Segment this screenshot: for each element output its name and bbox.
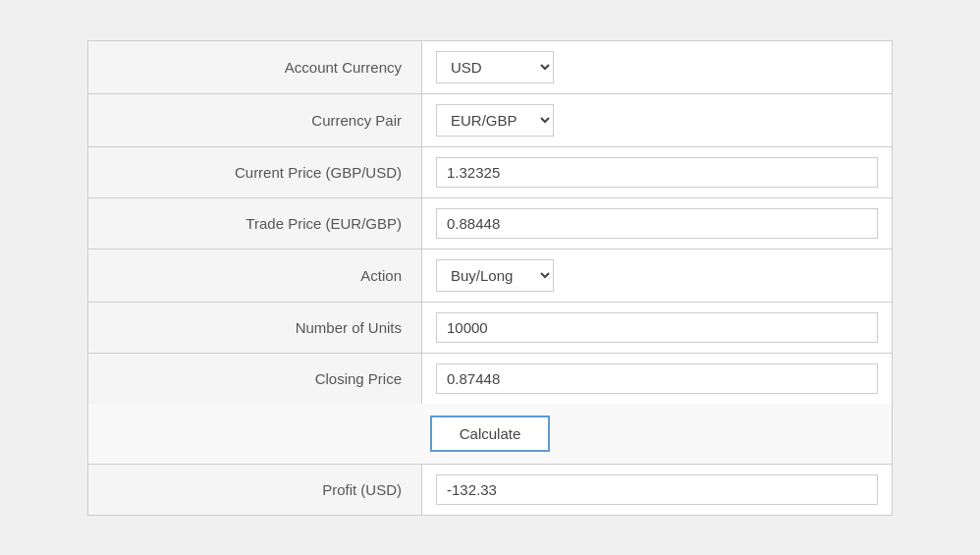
- account-currency-select[interactable]: USDEURGBP: [436, 51, 554, 83]
- button-row: Calculate: [88, 404, 892, 465]
- trade-price-input[interactable]: [436, 208, 878, 239]
- action-select[interactable]: Buy/LongSell/Short: [436, 259, 554, 292]
- units-input-cell: [422, 303, 892, 353]
- result-row: Profit (USD): [88, 465, 892, 515]
- current-price-input-row: Current Price (GBP/USD): [88, 147, 892, 198]
- currency-pair-select-row: Currency PairEUR/GBPEUR/USDGBP/USDUSD/JP…: [88, 94, 892, 147]
- account-currency-select-cell: USDEURGBP: [422, 41, 892, 93]
- closing-price-input-row: Closing Price: [88, 354, 892, 404]
- closing-price-input-cell: [422, 354, 892, 404]
- action-select-cell: Buy/LongSell/Short: [422, 250, 892, 302]
- closing-price-input[interactable]: [436, 363, 878, 394]
- units-input-label: Number of Units: [88, 303, 422, 353]
- currency-pair-select-cell: EUR/GBPEUR/USDGBP/USDUSD/JPY: [422, 94, 892, 146]
- closing-price-input-label: Closing Price: [88, 354, 422, 404]
- currency-pair-select[interactable]: EUR/GBPEUR/USDGBP/USDUSD/JPY: [436, 104, 554, 137]
- calculator-container: Account CurrencyUSDEURGBPCurrency PairEU…: [87, 40, 893, 516]
- current-price-input-cell: [422, 147, 892, 197]
- trade-price-input-row: Trade Price (EUR/GBP): [88, 198, 892, 250]
- calculate-button[interactable]: Calculate: [430, 416, 551, 452]
- trade-price-input-cell: [422, 198, 892, 249]
- profit-input[interactable]: [436, 474, 878, 505]
- units-input-row: Number of Units: [88, 303, 892, 354]
- currency-pair-select-label: Currency Pair: [88, 94, 422, 146]
- profit-input-cell: [422, 465, 892, 515]
- units-input[interactable]: [436, 312, 878, 343]
- current-price-input-label: Current Price (GBP/USD): [88, 147, 422, 197]
- action-select-row: ActionBuy/LongSell/Short: [88, 250, 892, 303]
- account-currency-select-label: Account Currency: [88, 41, 422, 93]
- profit-label: Profit (USD): [88, 465, 422, 515]
- current-price-input[interactable]: [436, 157, 878, 188]
- account-currency-select-row: Account CurrencyUSDEURGBP: [88, 41, 892, 94]
- trade-price-input-label: Trade Price (EUR/GBP): [88, 198, 422, 249]
- action-select-label: Action: [88, 250, 422, 302]
